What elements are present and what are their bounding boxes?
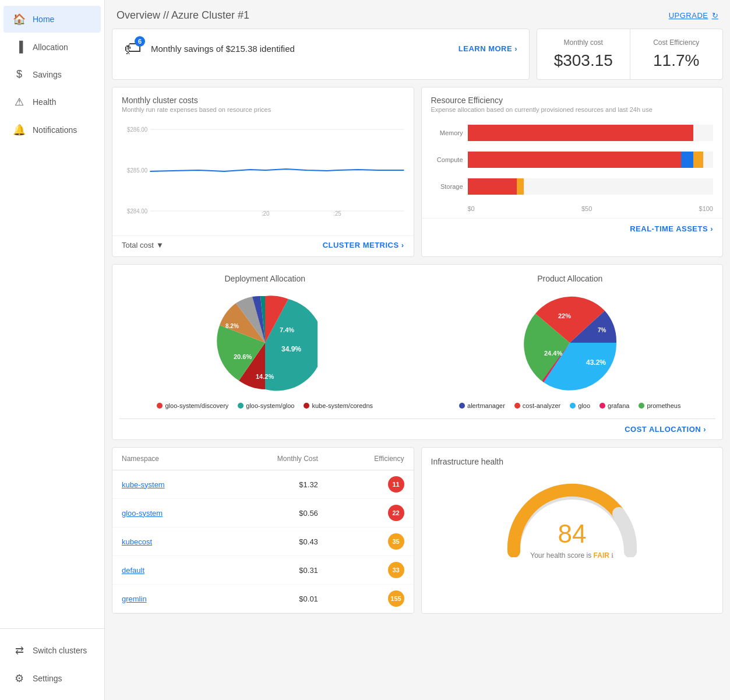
top-row: 🏷 6 Monthly savings of $215.38 identifie… [105, 29, 730, 87]
monthly-chart-title: Monthly cluster costs [112, 87, 414, 106]
compute-bar-row: Compute [431, 152, 714, 168]
svg-text:34.9%: 34.9% [281, 345, 301, 353]
table-row: gremlin $0.01 155 [112, 585, 414, 613]
legend-item-cost-analyzer: cost-analyzer [514, 402, 560, 409]
cost-summary-card: Monthly cost $303.15 Cost Efficiency 11.… [537, 29, 723, 80]
namespace-table-card: Namespace Monthly Cost Efficiency kube-s… [112, 447, 414, 614]
resource-efficiency-card: Resource Efficiency Expense allocation b… [421, 87, 724, 257]
sidebar-bottom: ⇄ Switch clusters ⚙ Settings [0, 628, 104, 700]
legend-label: kube-system/coredns [312, 402, 373, 409]
legend-dot [599, 403, 605, 409]
legend-item-coredns: kube-system/coredns [304, 402, 373, 409]
compute-bar-blue [681, 152, 693, 168]
product-pie-wrapper: 43.2% 24.4% 22% 7% [429, 290, 711, 395]
monthly-chart-subtitle: Monthly run rate expenses based on resou… [112, 106, 414, 119]
legend-item-discovery: gloo-system/discovery [157, 402, 228, 409]
health-icon: ⚠ [13, 96, 26, 108]
efficiency-cell: 33 [327, 556, 414, 585]
legend-label: alertmanager [467, 402, 505, 409]
legend-label: gloo [578, 402, 590, 409]
legend-dot [157, 403, 163, 409]
svg-text:84: 84 [558, 519, 586, 548]
main-content: Overview // Azure Cluster #1 UPGRADE ↻ 🏷… [105, 0, 730, 700]
health-score-label: Your health score is FAIR ℹ [431, 551, 714, 560]
memory-bar-used [468, 125, 694, 141]
memory-bar-track [468, 125, 714, 141]
sidebar-item-savings[interactable]: $ Savings [3, 61, 101, 87]
product-legend: alertmanager cost-analyzer gloo grafana [429, 402, 711, 409]
legend-dot [238, 403, 244, 409]
cost-allocation-button[interactable]: COST ALLOCATION › [625, 425, 706, 434]
storage-bar-row: Storage [431, 178, 714, 195]
allocation-section: Deployment Allocation [112, 264, 723, 440]
legend-label: prometheus [647, 402, 680, 409]
sidebar-item-allocation[interactable]: ▐ Allocation [3, 34, 101, 60]
memory-bar-row: Memory [431, 125, 714, 141]
monthly-cost-cell: $0.43 [222, 527, 327, 556]
cost-allocation-footer: COST ALLOCATION › [119, 418, 715, 439]
namespace-link[interactable]: default [122, 566, 144, 575]
legend-dot [459, 403, 465, 409]
breadcrumb: Overview // Azure Cluster #1 [117, 9, 249, 22]
namespace-link[interactable]: kube-system [122, 480, 165, 489]
efficiency-metric: Cost Efficiency 11.7% [630, 29, 723, 79]
sidebar-item-label: Allocation [33, 43, 68, 52]
home-icon: 🏠 [13, 13, 26, 26]
svg-text::20: :20 [262, 210, 270, 217]
chevron-right-icon: › [514, 44, 517, 53]
efficiency-badge: 33 [388, 562, 404, 578]
efficiency-badge: 155 [388, 590, 404, 607]
efficiency-cell: 11 [327, 470, 414, 499]
legend-dot [514, 403, 520, 409]
efficiency-badge: 35 [388, 533, 404, 550]
sidebar-item-switch-clusters[interactable]: ⇄ Switch clusters [3, 637, 101, 664]
total-cost-dropdown[interactable]: Total cost ▼ [122, 241, 164, 249]
legend-item-gloo: gloo-system/gloo [238, 402, 294, 409]
efficiency-cell: 35 [327, 527, 414, 556]
efficiency-cell: 22 [327, 499, 414, 527]
banner-icon-wrap: 🏷 6 [124, 38, 142, 58]
svg-text:$285.00: $285.00 [127, 167, 147, 174]
real-time-assets-footer: REAL-TIME ASSETS › [422, 218, 723, 239]
bar-chart-axis: $0 $50 $100 [431, 205, 714, 212]
storage-label: Storage [431, 183, 463, 190]
real-time-assets-button[interactable]: REAL-TIME ASSETS › [630, 224, 713, 233]
cluster-metrics-button[interactable]: CLUSTER METRICS › [323, 241, 404, 249]
compute-bar-orange [693, 152, 703, 168]
banner-card: 🏷 6 Monthly savings of $215.38 identifie… [112, 29, 530, 80]
sidebar-item-notifications[interactable]: 🔔 Notifications [3, 117, 101, 143]
storage-bar-free [524, 178, 713, 195]
monthly-cost-cell: $1.32 [222, 470, 327, 499]
namespace-link[interactable]: gloo-system [122, 509, 163, 518]
main-header: Overview // Azure Cluster #1 UPGRADE ↻ [105, 0, 730, 29]
resource-efficiency-title: Resource Efficiency [422, 87, 723, 106]
memory-label: Memory [431, 129, 463, 136]
sidebar-item-label: Home [33, 15, 54, 24]
deployment-legend: gloo-system/discovery gloo-system/gloo k… [124, 402, 406, 409]
sidebar-item-home[interactable]: 🏠 Home [3, 6, 101, 33]
switch-clusters-icon: ⇄ [13, 644, 26, 657]
health-status: FAIR [594, 551, 609, 560]
sidebar-item-settings[interactable]: ⚙ Settings [3, 665, 101, 692]
dropdown-icon: ▼ [156, 241, 164, 249]
monthly-cost-value: $303.15 [551, 51, 616, 70]
sidebar-item-health[interactable]: ⚠ Health [3, 89, 101, 115]
namespace-link[interactable]: gremlin [122, 595, 147, 603]
chevron-right-icon: › [703, 425, 706, 434]
table-row: kubecost $0.43 35 [112, 527, 414, 556]
savings-icon: $ [13, 68, 26, 80]
monthly-cost-cell: $0.31 [222, 556, 327, 585]
svg-text:43.2%: 43.2% [586, 358, 606, 367]
deployment-pie-wrapper: 7.4% 34.9% 14.2% 20.6% 8.2% [124, 290, 406, 395]
upgrade-button[interactable]: UPGRADE ↻ [669, 11, 718, 20]
memory-bar-free [693, 125, 713, 141]
namespace-table: Namespace Monthly Cost Efficiency kube-s… [112, 448, 414, 613]
infrastructure-health-card: Infrastructure health 84 Y [421, 447, 724, 614]
sidebar-nav: 🏠 Home ▐ Allocation $ Savings ⚠ Health 🔔… [0, 0, 104, 628]
learn-more-button[interactable]: LEARN MORE › [459, 44, 517, 53]
compute-bar-free [703, 152, 713, 168]
svg-text::25: :25 [333, 210, 341, 217]
line-chart-svg: $286.00 $285.00 $284.00 :20 :25 [122, 124, 404, 217]
banner-text: Monthly savings of $215.38 identified [151, 44, 449, 54]
namespace-link[interactable]: kubecost [122, 537, 152, 546]
